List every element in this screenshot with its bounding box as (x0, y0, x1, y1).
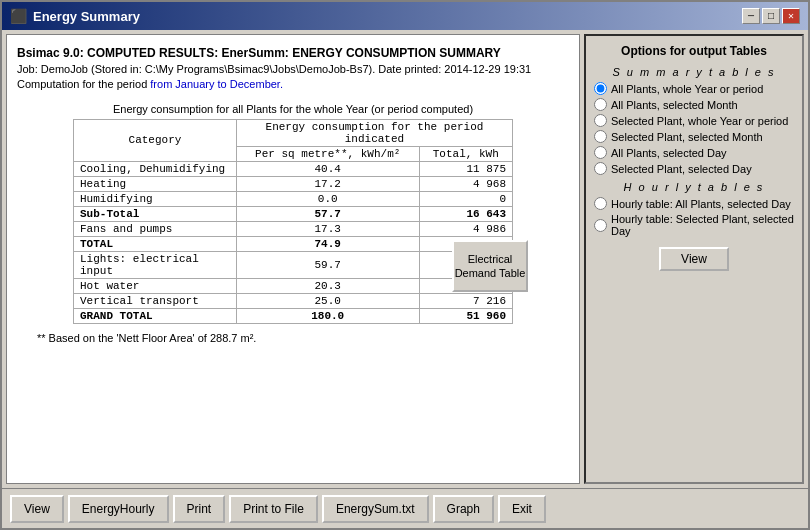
radio-selected-plant-month[interactable] (594, 130, 607, 143)
row-total: 7 216 (419, 293, 513, 308)
electrical-demand-button[interactable]: ElectricalDemand Table (452, 240, 528, 292)
radio-selected-plant-day[interactable] (594, 162, 607, 175)
view-btn-container: View (594, 247, 794, 271)
row-category: Lights: electrical input (74, 251, 237, 278)
row-category: Hot water (74, 278, 237, 293)
summary-section-title: S u m m a r y t a b l e s (594, 66, 794, 78)
summary-radio-group: All Plants, whole Year or period All Pla… (594, 82, 794, 175)
row-total: 0 (419, 191, 513, 206)
right-panel-title: Options for output Tables (594, 44, 794, 58)
option-selected-plant-year[interactable]: Selected Plant, whole Year or period (594, 114, 794, 127)
hourly-radio-group: Hourly table: All Plants, selected Day H… (594, 197, 794, 237)
row-per-sqm: 40.4 (236, 161, 419, 176)
row-per-sqm: 17.2 (236, 176, 419, 191)
view-button[interactable]: View (659, 247, 729, 271)
view-toolbar-button[interactable]: View (10, 495, 64, 523)
option-label-3: Selected Plant, whole Year or period (611, 115, 788, 127)
energy-hourly-button[interactable]: EnergyHourly (68, 495, 169, 523)
col-category: Category (74, 119, 237, 161)
job-line: Job: DemoJob (Stored in: C:\My Programs\… (17, 62, 569, 77)
energy-sum-button[interactable]: EnergySum.txt (322, 495, 429, 523)
row-total: 51 960 (419, 308, 513, 323)
radio-all-plants-month[interactable] (594, 98, 607, 111)
row-per-sqm: 74.9 (236, 236, 419, 251)
print-button[interactable]: Print (173, 495, 226, 523)
main-window: ⬛ Energy Summary ─ □ ✕ Bsimac 9.0: COMPU… (0, 0, 810, 530)
row-per-sqm: 0.0 (236, 191, 419, 206)
table-row: Vertical transport25.07 216 (74, 293, 513, 308)
table-footnote: ** Based on the 'Nett Floor Area' of 288… (37, 332, 569, 344)
option-label-1: All Plants, whole Year or period (611, 83, 763, 95)
col-per-sqm: Per sq metre**, kWh/m² (236, 146, 419, 161)
content-area: Bsimac 9.0: COMPUTED RESULTS: EnerSumm: … (2, 30, 808, 488)
graph-button[interactable]: Graph (433, 495, 494, 523)
computation-prefix: Computation for the period (17, 78, 150, 90)
option-hourly-selected[interactable]: Hourly table: Selected Plant, selected D… (594, 213, 794, 237)
row-category: Heating (74, 176, 237, 191)
col-energy-header: Energy consumption for the period indica… (236, 119, 512, 146)
row-category: Fans and pumps (74, 221, 237, 236)
table-header-row: Category Energy consumption for the peri… (74, 119, 513, 146)
title-bar-left: ⬛ Energy Summary (10, 8, 140, 25)
table-row: Lights: electrical input59.717 243 (74, 251, 513, 278)
option-all-plants-month[interactable]: All Plants, selected Month (594, 98, 794, 111)
exit-button[interactable]: Exit (498, 495, 546, 523)
radio-all-plants-day[interactable] (594, 146, 607, 159)
right-panel: Options for output Tables S u m m a r y … (584, 34, 804, 484)
close-button[interactable]: ✕ (782, 8, 800, 24)
electrical-demand-label: ElectricalDemand Table (455, 252, 526, 281)
option-all-plants-day[interactable]: All Plants, selected Day (594, 146, 794, 159)
option-label-2: All Plants, selected Month (611, 99, 738, 111)
energy-header: Energy consumption for all Plants for th… (17, 103, 569, 115)
row-per-sqm: 17.3 (236, 221, 419, 236)
row-category: Vertical transport (74, 293, 237, 308)
table-row: Humidifying0.00 (74, 191, 513, 206)
radio-hourly-selected[interactable] (594, 219, 607, 232)
radio-selected-plant-year[interactable] (594, 114, 607, 127)
row-per-sqm: 20.3 (236, 278, 419, 293)
table-row: GRAND TOTAL180.051 960 (74, 308, 513, 323)
row-per-sqm: 180.0 (236, 308, 419, 323)
print-to-file-button[interactable]: Print to File (229, 495, 318, 523)
option-label-4: Selected Plant, selected Month (611, 131, 763, 143)
maximize-button[interactable]: □ (762, 8, 780, 24)
row-total: 11 875 (419, 161, 513, 176)
option-label-7: Hourly table: All Plants, selected Day (611, 198, 791, 210)
radio-all-plants-year[interactable] (594, 82, 607, 95)
window-title: Energy Summary (33, 9, 140, 24)
option-all-plants-year[interactable]: All Plants, whole Year or period (594, 82, 794, 95)
option-label-5: All Plants, selected Day (611, 147, 727, 159)
table-row: Fans and pumps17.34 986 (74, 221, 513, 236)
option-selected-plant-month[interactable]: Selected Plant, selected Month (594, 130, 794, 143)
col-total: Total, kWh (419, 146, 513, 161)
radio-hourly-all[interactable] (594, 197, 607, 210)
row-total: 16 643 (419, 206, 513, 221)
row-total: 4 986 (419, 221, 513, 236)
option-label-6: Selected Plant, selected Day (611, 163, 752, 175)
title-bar: ⬛ Energy Summary ─ □ ✕ (2, 2, 808, 30)
row-per-sqm: 57.7 (236, 206, 419, 221)
main-heading: Bsimac 9.0: COMPUTED RESULTS: EnerSumm: … (17, 45, 569, 62)
table-row: Hot water20.35 871 (74, 278, 513, 293)
row-category: Sub-Total (74, 206, 237, 221)
row-per-sqm: 59.7 (236, 251, 419, 278)
option-hourly-all[interactable]: Hourly table: All Plants, selected Day (594, 197, 794, 210)
title-bar-controls: ─ □ ✕ (742, 8, 800, 24)
option-selected-plant-day[interactable]: Selected Plant, selected Day (594, 162, 794, 175)
row-category: TOTAL (74, 236, 237, 251)
row-category: GRAND TOTAL (74, 308, 237, 323)
row-total: 4 968 (419, 176, 513, 191)
minimize-button[interactable]: ─ (742, 8, 760, 24)
row-category: Cooling, Dehumidifying (74, 161, 237, 176)
electrical-demand-area: ElectricalDemand Table (452, 240, 528, 292)
table-row: Heating17.24 968 (74, 176, 513, 191)
energy-table: Category Energy consumption for the peri… (73, 119, 513, 324)
row-category: Humidifying (74, 191, 237, 206)
table-row: Cooling, Dehumidifying40.411 875 (74, 161, 513, 176)
computation-line: Computation for the period from January … (17, 77, 569, 92)
app-icon: ⬛ (10, 8, 27, 25)
toolbar: View EnergyHourly Print Print to File En… (2, 488, 808, 528)
row-per-sqm: 25.0 (236, 293, 419, 308)
table-row: Sub-Total57.716 643 (74, 206, 513, 221)
hourly-section-title: H o u r l y t a b l e s (594, 181, 794, 193)
